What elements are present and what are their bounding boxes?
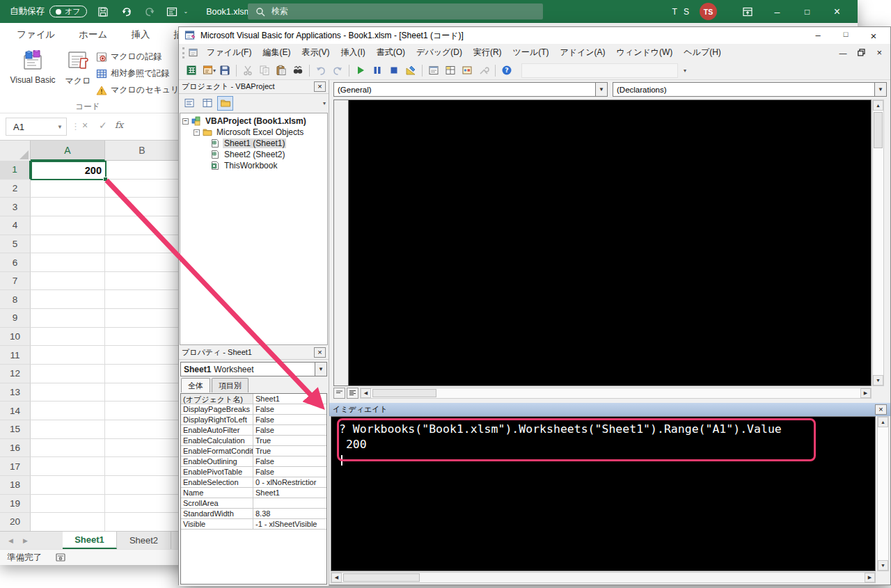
code-editor[interactable] <box>333 100 872 386</box>
cell-col-b[interactable] <box>105 365 180 383</box>
name-box-dropdown-icon[interactable]: ▼ <box>54 124 66 130</box>
property-value[interactable]: False <box>253 415 326 424</box>
properties-tab[interactable]: 項目別 <box>212 378 249 392</box>
property-row[interactable]: EnableCalculation True <box>181 436 326 446</box>
code-vertical-scrollbar[interactable]: ▲ ▼ <box>872 100 884 386</box>
immediate-close-icon[interactable]: × <box>875 404 887 415</box>
row-header[interactable]: 20 <box>0 513 31 531</box>
toolbar-overflow-icon[interactable]: ▾ <box>684 67 686 74</box>
ribbon-tab[interactable]: ファイル <box>5 22 67 47</box>
project-close-icon[interactable]: × <box>314 81 326 92</box>
selected-cell-a1[interactable]: 200 <box>31 161 107 180</box>
cell-col-b[interactable] <box>105 309 180 328</box>
vba-close-button[interactable]: × <box>862 30 885 42</box>
tree-item[interactable]: Sheet2 (Sheet2) <box>180 149 327 160</box>
cell-col-b[interactable] <box>105 402 180 420</box>
enter-icon[interactable]: ✓ <box>99 120 107 131</box>
property-value[interactable]: False <box>253 467 326 477</box>
menubar-grip[interactable] <box>182 47 185 58</box>
search-box[interactable]: 検索 <box>248 3 543 19</box>
cell-col-a[interactable] <box>31 402 105 420</box>
full-module-view-icon[interactable] <box>347 388 358 399</box>
property-value[interactable]: False <box>253 404 326 414</box>
cell-col-a[interactable] <box>31 495 105 514</box>
cell-col-b[interactable] <box>105 328 180 347</box>
insert-function-icon[interactable]: fx <box>115 120 123 130</box>
visual-basic-button[interactable]: Visual Basic <box>6 50 60 85</box>
scroll-right-icon[interactable]: ▶ <box>860 388 871 398</box>
vba-minimize-button[interactable]: – <box>807 30 829 42</box>
sheet-tab[interactable]: Sheet2 <box>117 532 171 549</box>
property-row[interactable]: EnableAutoFilter False <box>181 425 326 436</box>
column-header-b[interactable]: B <box>105 141 180 161</box>
row-header[interactable]: 13 <box>0 383 31 402</box>
procedure-dropdown[interactable]: (Declarations) ▼ <box>613 82 887 97</box>
break-icon[interactable] <box>370 63 385 77</box>
insert-object-dropdown-icon[interactable]: ▾ <box>213 67 216 74</box>
tree-item[interactable]: ThisWorkbook <box>180 160 327 171</box>
toolbox-icon[interactable] <box>476 63 491 77</box>
object-selector[interactable]: Sheet1 Worksheet ▼ <box>180 362 327 376</box>
tree-root[interactable]: − VBAProject (Book1.xlsm) <box>180 116 327 127</box>
mdi-close-icon[interactable]: × <box>876 47 882 58</box>
property-value[interactable] <box>253 498 326 508</box>
ribbon-tab[interactable]: 挿入 <box>119 22 161 47</box>
mdi-restore-icon[interactable] <box>858 49 865 56</box>
save-icon[interactable] <box>217 63 232 77</box>
cell-col-b[interactable] <box>105 198 180 216</box>
cell-col-a[interactable] <box>31 439 105 458</box>
row-header[interactable]: 5 <box>0 235 31 254</box>
quick-access-icon[interactable] <box>165 4 179 19</box>
run-icon[interactable] <box>353 63 368 77</box>
cell-col-a[interactable] <box>31 272 105 291</box>
cell-col-b[interactable] <box>105 513 180 531</box>
immediate-vertical-scrollbar[interactable]: ▲ ▼ <box>877 416 889 571</box>
undo-icon[interactable] <box>313 63 329 77</box>
cell-col-a[interactable] <box>31 513 105 531</box>
object-dropdown[interactable]: (General) ▼ <box>333 82 608 97</box>
property-value[interactable]: Sheet1 <box>253 488 326 498</box>
select-all-corner[interactable] <box>0 141 31 161</box>
property-row[interactable]: EnablePivotTable False <box>181 467 326 477</box>
property-row[interactable]: EnableOutlining False <box>181 456 326 467</box>
project-explorer-icon[interactable] <box>426 63 441 77</box>
cell-col-b[interactable] <box>105 290 180 309</box>
scroll-down-icon[interactable]: ▼ <box>878 560 888 571</box>
immediate-pane[interactable]: ? Workbooks("Book1.xlsm").Worksheets("Sh… <box>331 416 876 571</box>
sheet-tab[interactable]: Sheet1 <box>63 532 117 549</box>
cell-col-a[interactable] <box>31 198 105 216</box>
menu-item[interactable]: デバッグ(D) <box>411 44 468 61</box>
row-header[interactable]: 17 <box>0 457 31 476</box>
scroll-up-icon[interactable]: ▲ <box>873 100 883 111</box>
row-header[interactable]: 15 <box>0 420 31 439</box>
collapse-icon[interactable]: − <box>194 129 200 136</box>
row-header[interactable]: 18 <box>0 476 31 495</box>
scroll-right-icon[interactable]: ▶ <box>865 573 875 582</box>
cell-col-a[interactable] <box>31 290 105 309</box>
property-value[interactable]: 8.38 <box>253 509 326 518</box>
cell-col-a[interactable] <box>31 309 105 328</box>
save-button[interactable] <box>96 4 110 19</box>
view-code-icon[interactable] <box>181 96 197 111</box>
minimize-button[interactable]: – <box>762 0 792 23</box>
fill-handle[interactable] <box>103 177 108 182</box>
row-header[interactable]: 7 <box>0 272 31 291</box>
tree-folder[interactable]: − Microsoft Excel Objects <box>180 127 327 138</box>
cell-col-b[interactable] <box>105 161 180 180</box>
tree-item[interactable]: Sheet1 (Sheet1) <box>180 138 327 149</box>
cancel-icon[interactable]: × <box>82 120 88 131</box>
menu-item[interactable]: 書式(O) <box>371 44 411 61</box>
cell-col-a[interactable] <box>31 253 105 272</box>
menu-item[interactable]: アドイン(A) <box>554 44 610 61</box>
property-row[interactable]: DisplayRightToLeft False <box>181 415 326 425</box>
mdi-minimize-icon[interactable]: — <box>839 49 846 57</box>
close-button[interactable]: × <box>822 0 852 23</box>
cell-col-b[interactable] <box>105 180 180 198</box>
row-header[interactable]: 9 <box>0 309 31 328</box>
row-header[interactable]: 12 <box>0 365 31 383</box>
column-header-a[interactable]: A <box>31 141 105 161</box>
cell-col-a[interactable] <box>31 328 105 347</box>
reset-icon[interactable] <box>386 63 402 77</box>
mdi-child-icon[interactable] <box>188 47 199 58</box>
redo-button[interactable]: ▾ <box>142 4 156 19</box>
